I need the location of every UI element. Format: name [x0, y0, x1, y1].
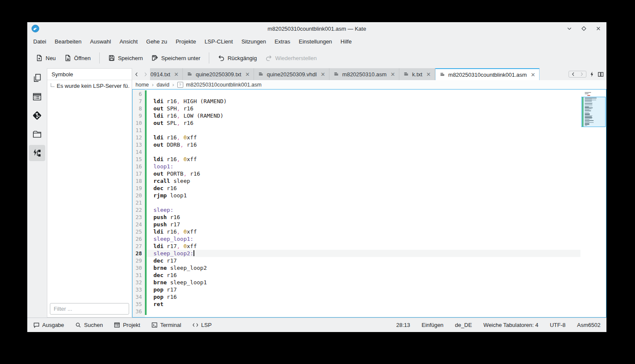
tab-m820250310countblink001-asm[interactable]: m820250310countblink001.asm✕	[435, 68, 540, 80]
prev-document-button[interactable]	[571, 72, 576, 77]
code-line-33[interactable]: 33pop r17	[133, 286, 580, 293]
code-line-31[interactable]: 31dec r16	[133, 272, 580, 279]
code-line-12[interactable]: 12ldi r16, 0xff	[133, 134, 580, 141]
code-line-9[interactable]: 9ldi r16, LOW (RAMEND)	[133, 112, 580, 119]
menu-item-auswahl[interactable]: Auswahl	[86, 37, 115, 46]
code-line-17[interactable]: 17out PORTB, r16	[133, 170, 580, 177]
statusbar-insert-mode[interactable]: Einfügen	[421, 322, 443, 328]
menu-item-extras[interactable]: Extras	[270, 37, 294, 46]
menu-item-einstellungen[interactable]: Einstellungen	[294, 37, 336, 46]
next-document-button[interactable]	[579, 72, 584, 77]
tabs-scroll-right-button[interactable]	[141, 68, 150, 80]
line-number: 32	[133, 279, 145, 286]
titlebar[interactable]: m820250310countblink001.asm — Kate	[27, 22, 606, 35]
code-text: ldi r16, 0xff	[147, 156, 580, 163]
speichern-button[interactable]: Speichern	[104, 52, 147, 64]
code-line-34[interactable]: 34pop r16	[133, 293, 580, 300]
symbols-tree-item[interactable]: Es wurde kein LSP-Server fü…	[50, 83, 129, 89]
code-line-21[interactable]: 21	[133, 199, 580, 206]
statusbar-syntax-mode[interactable]: Asm6502	[577, 322, 600, 328]
toolbar-separator	[99, 52, 100, 64]
maximize-button[interactable]	[580, 25, 588, 32]
code-line-20[interactable]: 20rjmp loop1	[133, 192, 580, 199]
statusbar-tab-settings[interactable]: Weiche Tabulatoren: 4	[483, 322, 538, 328]
statusbar-toggle-terminal[interactable]: Terminal	[150, 321, 183, 329]
code-line-19[interactable]: 19dec r16	[133, 185, 580, 192]
statusbar-dictionary[interactable]: de_DE	[455, 322, 472, 328]
speichern-unter-button[interactable]: Speichern unter	[147, 52, 205, 64]
wiederherstellen-button[interactable]: Wiederherstellen	[261, 52, 321, 64]
quick-open-icon[interactable]	[589, 71, 595, 77]
code-line-15[interactable]: 15ldi r16, 0xff	[133, 156, 580, 163]
editor-view[interactable]: 67ldi r16, HIGH (RAMEND)8out SPH, r169ld…	[132, 89, 606, 318]
tabs-scroll-left-button[interactable]	[132, 68, 141, 80]
code-line-6[interactable]: 6	[133, 90, 580, 98]
symbols-filter-input[interactable]	[50, 303, 129, 315]
code-line-18[interactable]: 18rcall sleep	[133, 177, 580, 185]
ffnen-button[interactable]: Öffnen	[60, 52, 95, 64]
code-line-23[interactable]: 23push r16	[133, 214, 580, 221]
statusbar-cursor-position[interactable]: 28:13	[396, 322, 410, 328]
code-line-32[interactable]: 32brne sleep_loop1	[133, 279, 580, 286]
minimap-scrollbar[interactable]	[581, 90, 606, 317]
code-line-30[interactable]: 30brne sleep_loop2	[133, 264, 580, 272]
tab-close-icon[interactable]: ✕	[426, 71, 431, 78]
menu-item-datei[interactable]: Datei	[29, 37, 50, 46]
statusbar-toggle-ausgabe[interactable]: Ausgabe	[32, 321, 66, 329]
code-line-7[interactable]: 7ldi r16, HIGH (RAMEND)	[133, 98, 580, 105]
split-view-icon[interactable]	[597, 71, 604, 78]
code-line-13[interactable]: 13out DDRB, r16	[133, 141, 580, 148]
menu-item-bearbeiten[interactable]: Bearbeiten	[50, 37, 86, 46]
toolview-button-git[interactable]	[29, 107, 45, 124]
statusbar-toggle-suchen[interactable]: Suchen	[73, 321, 104, 329]
toolview-button-lsp-symbols[interactable]	[29, 145, 45, 161]
tab-m820250310-asm[interactable]: m820250310.asm✕	[329, 68, 399, 80]
tab-k-txt[interactable]: k.txt✕	[399, 68, 435, 80]
menu-item-gehe-zu[interactable]: Gehe zu	[142, 37, 171, 46]
code-line-26[interactable]: 26sleep_loop1:	[133, 235, 580, 243]
menu-item-projekte[interactable]: Projekte	[171, 37, 200, 46]
code-line-35[interactable]: 35ret	[133, 300, 580, 308]
tab-close-icon[interactable]: ✕	[174, 71, 179, 78]
statusbar-encoding[interactable]: UTF-8	[550, 322, 566, 328]
menu-item-ansicht[interactable]: Ansicht	[115, 37, 142, 46]
code-text: ldi r16, 0xff	[147, 228, 580, 235]
code-line-22[interactable]: 22sleep:	[133, 206, 580, 214]
statusbar-toggle-projekt[interactable]: Projekt	[112, 321, 141, 329]
tab-close-icon[interactable]: ✕	[531, 72, 535, 78]
neu-button[interactable]: Neu	[32, 52, 60, 64]
tab-close-icon[interactable]: ✕	[245, 71, 250, 78]
tab-quine20250309-txt[interactable]: quine20250309.txt✕	[183, 68, 254, 80]
code-line-16[interactable]: 16loop1:	[133, 163, 580, 170]
menu-item-hilfe[interactable]: Hilfe	[336, 37, 356, 46]
minimize-button[interactable]	[566, 25, 573, 32]
code-line-14[interactable]: 14	[133, 148, 580, 156]
code-line-29[interactable]: 29dec r17	[133, 257, 580, 264]
code-line-25[interactable]: 25ldi r16, 0xff	[133, 228, 580, 235]
tab-close-icon[interactable]: ✕	[320, 71, 325, 78]
code-line-27[interactable]: 27ldi r17, 0xff	[133, 243, 580, 250]
menu-item-sitzungen[interactable]: Sitzungen	[237, 37, 270, 46]
tab-close-icon[interactable]: ✕	[390, 71, 395, 78]
code-line-28[interactable]: 28sleep_loop2:	[133, 250, 580, 257]
breadcrumb-segment-david[interactable]: david	[156, 82, 169, 88]
toolview-button-folder[interactable]	[29, 126, 45, 142]
minimap-viewport[interactable]	[581, 97, 606, 127]
symbols-tree[interactable]: Es wurde kein LSP-Server fü…	[47, 80, 132, 301]
r-ckg-ngig-button[interactable]: Rückgängig	[214, 52, 261, 64]
toolview-button-list-window[interactable]	[29, 89, 45, 105]
toolview-button-documents[interactable]	[29, 70, 45, 86]
tab-0914-txt[interactable]: 0914.txt✕	[150, 68, 183, 80]
tab-quine20250309-vhdl[interactable]: quine20250309.vhdl✕	[254, 68, 329, 80]
code-line-24[interactable]: 24push r17	[133, 221, 580, 228]
menu-item-lsp-client[interactable]: LSP-CLient	[200, 37, 237, 46]
code-line-8[interactable]: 8out SPH, r16	[133, 105, 580, 112]
code-line-10[interactable]: 10out SPL, r16	[133, 119, 580, 127]
code-line-11[interactable]: 11	[133, 127, 580, 134]
close-button[interactable]	[595, 25, 602, 32]
statusbar-toggle-lsp[interactable]: LSP	[190, 321, 214, 329]
breadcrumb-file[interactable]: m820250310countblink001.asm	[186, 82, 262, 88]
code-line-36[interactable]: 36	[133, 308, 580, 315]
breadcrumb-segment-home[interactable]: home	[136, 82, 149, 88]
kate-app-icon[interactable]	[32, 25, 39, 32]
